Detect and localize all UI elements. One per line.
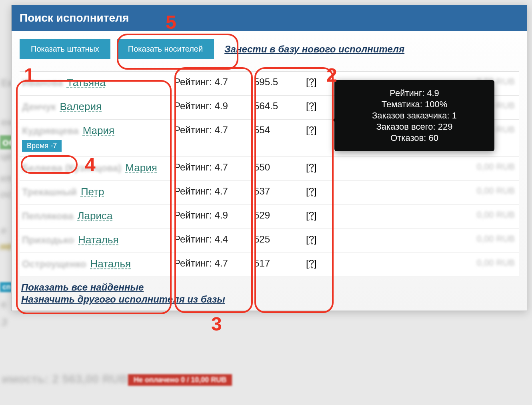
score-cell: 564.5: [254, 100, 306, 112]
score-cell: 537: [254, 186, 306, 197]
help-icon[interactable]: [?]: [306, 210, 330, 221]
performer-name-cell: ИвановаТатьяна: [22, 76, 174, 89]
table-row: ПриходькоНатальяРейтинг: 4.4525[?]0,00 R…: [20, 229, 519, 253]
performer-name-cell: ОстроущенкоНаталья: [22, 258, 174, 270]
table-row: ТрекашныйПетрРейтинг: 4.7537[?]0,00 RUB: [20, 181, 519, 205]
performer-tooltip: Рейтинг: 4.9 Тематика: 100% Заказов зака…: [334, 80, 494, 151]
modal-body: Показать штатных Показать носителей Зане…: [12, 31, 527, 311]
show-all-link[interactable]: Показать все найденные: [21, 282, 517, 293]
score-cell: 554: [254, 124, 306, 136]
help-icon[interactable]: [?]: [306, 186, 330, 197]
assign-other-link[interactable]: Назначить другого исполнителя из базы: [21, 294, 517, 305]
price-cell: 0,00 RUB: [330, 210, 519, 220]
rating-cell: Рейтинг: 4.7: [174, 124, 254, 136]
rating-cell: Рейтинг: 4.7: [174, 76, 254, 88]
surname: Приходько: [22, 235, 74, 246]
performer-name-cell: ПриходькоНаталья: [22, 234, 174, 246]
score-cell: 525: [254, 234, 306, 245]
search-performer-modal: Поиск исполнителя Показать штатных Показ…: [11, 5, 527, 311]
tooltip-refusals: Отказов: 60: [339, 133, 490, 143]
bottom-links: Показать все найденные Назначить другого…: [20, 277, 519, 307]
rating-cell: Рейтинг: 4.4: [174, 234, 254, 245]
help-icon[interactable]: [?]: [306, 258, 330, 269]
show-staff-button[interactable]: Показать штатных: [20, 39, 110, 59]
tooltip-total-orders: Заказов всего: 229: [339, 122, 490, 132]
firstname-link[interactable]: Лариса: [77, 210, 112, 222]
surname: Кудрявцева: [22, 125, 79, 136]
performer-name-cell: ДенчукВалерия: [22, 100, 174, 113]
help-icon[interactable]: [?]: [306, 124, 330, 136]
time-badge: Время -7: [22, 140, 62, 152]
help-icon[interactable]: [?]: [306, 162, 330, 173]
rating-cell: Рейтинг: 4.7: [174, 258, 254, 269]
rating-cell: Рейтинг: 4.9: [174, 210, 254, 221]
score-cell: 550: [254, 162, 306, 173]
help-icon[interactable]: [?]: [306, 100, 330, 112]
modal-title: Поиск исполнителя: [12, 5, 527, 31]
surname: Беляева (Кузнецова): [22, 162, 121, 174]
rating-cell: Рейтинг: 4.9: [174, 100, 254, 112]
surname: Трекашный: [22, 186, 77, 198]
price-cell: 0,00 RUB: [330, 162, 519, 172]
help-icon[interactable]: [?]: [306, 76, 330, 88]
surname: Остроущенко: [22, 259, 86, 270]
firstname-link[interactable]: Наталья: [90, 258, 131, 270]
surname: Денчук: [22, 101, 56, 112]
price-cell: 0,00 RUB: [330, 258, 519, 268]
table-row: ПепляковаЛарисаРейтинг: 4.9529[?]0,00 RU…: [20, 205, 519, 229]
firstname-link[interactable]: Петр: [81, 186, 104, 198]
firstname-link[interactable]: Мария: [83, 124, 114, 137]
score-cell: 517: [254, 258, 306, 269]
help-icon[interactable]: [?]: [306, 234, 330, 245]
performer-name-cell: КудрявцеваМарияВремя -7: [22, 124, 174, 152]
firstname-link[interactable]: Татьяна: [67, 76, 106, 89]
firstname-link[interactable]: Валерия: [60, 100, 102, 113]
action-row: Показать штатных Показать носителей Зане…: [20, 39, 519, 59]
performer-name-cell: ПепляковаЛариса: [22, 210, 174, 222]
add-new-performer-link[interactable]: Занести в базу нового исполнителя: [224, 44, 404, 55]
tooltip-rating: Рейтинг: 4.9: [339, 88, 490, 98]
score-cell: 529: [254, 210, 306, 221]
table-row: Беляева (Кузнецова)МарияРейтинг: 4.7550[…: [20, 157, 519, 181]
firstname-link[interactable]: Мария: [125, 162, 157, 174]
tooltip-client-orders: Заказов заказчика: 1: [339, 110, 490, 121]
rating-cell: Рейтинг: 4.7: [174, 162, 254, 173]
price-cell: 0,00 RUB: [330, 186, 519, 196]
price-cell: 0,00 RUB: [330, 234, 519, 244]
surname: Иванова: [22, 77, 63, 88]
surname: Пеплякова: [22, 211, 73, 222]
performer-name-cell: Беляева (Кузнецова)Мария: [22, 162, 174, 174]
annotation-num-3: 3: [211, 313, 222, 335]
table-row: ОстроущенкоНатальяРейтинг: 4.7517[?]0,00…: [20, 253, 519, 277]
firstname-link[interactable]: Наталья: [78, 234, 119, 246]
rating-cell: Рейтинг: 4.7: [174, 186, 254, 197]
tooltip-topic: Тематика: 100%: [339, 99, 490, 110]
performer-name-cell: ТрекашныйПетр: [22, 186, 174, 198]
score-cell: 595.5: [254, 76, 306, 88]
show-native-button[interactable]: Показать носителей: [117, 39, 214, 59]
